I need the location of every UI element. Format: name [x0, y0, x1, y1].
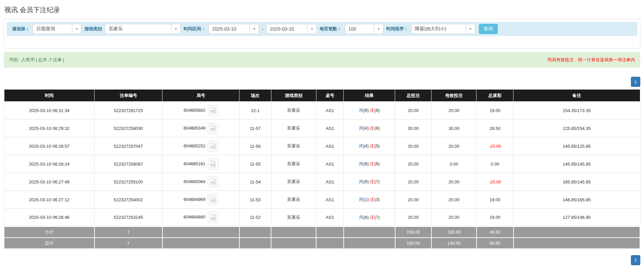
result-player-label: 闲 [359, 215, 364, 220]
cell-session: 11-55 [239, 155, 271, 173]
subtotal-count: 7 [94, 227, 162, 238]
chevron-down-icon[interactable]: ▼ [250, 24, 259, 34]
cell-result: 闲(9) 庄(7) [344, 173, 395, 191]
date-from-value: 2025-03-10 [209, 24, 250, 34]
round-id-text: 604685251 [184, 143, 205, 148]
subtotal-label: 小计 [4, 227, 94, 238]
select-type-dropdown[interactable]: 日期查询 ▼ [33, 24, 81, 34]
video-replay-button[interactable] [208, 212, 218, 223]
cell-table-no: AS1 [316, 102, 343, 119]
date-range-label: 时间区间： [184, 26, 205, 32]
cell-remark: 154.35/173.35 [514, 102, 640, 119]
video-file-icon [210, 143, 216, 149]
cell-table-no: AS1 [316, 173, 343, 191]
cell-table-no: AS1 [316, 119, 343, 137]
cell-total-bet-link[interactable]: 30.00 [395, 119, 431, 137]
cell-payout: -20.00 [477, 173, 514, 191]
video-replay-button[interactable] [208, 159, 218, 170]
result-player-score: (4) [364, 143, 369, 148]
cell-bet-id: 522327256087 [94, 155, 162, 173]
cell-payout: 28.50 [477, 119, 514, 137]
result-banker-label: 庄 [370, 108, 374, 113]
table-row: 2025-03-10 06:27:12 522327254002 6046849… [4, 191, 640, 209]
result-banker-score: (8) [374, 108, 380, 113]
cell-remark: 146.85/165.85 [514, 191, 640, 209]
cell-game-category: 百家乐 [271, 173, 316, 191]
total-label: 总计 [4, 238, 94, 249]
video-file-icon [210, 178, 216, 185]
result-player-label: 闲 [359, 197, 364, 202]
result-banker-score: (8) [374, 126, 380, 131]
video-replay-button[interactable] [208, 105, 218, 116]
pagination-bottom: 1 [4, 255, 640, 265]
col-header-valid-bet: 有效投注 [431, 90, 477, 102]
cell-session: 12-1 [239, 102, 271, 119]
game-category-label: 游戏类别 [84, 26, 102, 32]
date-to-value: 2025-03-10 [267, 24, 307, 34]
subtotal-valid-bet: 130.00 [431, 227, 477, 238]
cell-result: 闲(1) 庄(3) [344, 191, 395, 209]
time-sort-dropdown[interactable]: 降冪(由大到小) ▼ [411, 24, 475, 34]
col-header-remark: 备注 [514, 90, 640, 102]
page-size-dropdown[interactable]: 100 ▼ [345, 24, 383, 34]
round-id-text: 604684969 [184, 197, 205, 202]
pagination-page-1-button[interactable]: 1 [631, 255, 640, 265]
cell-session: 11-53 [239, 191, 271, 209]
video-file-icon [210, 107, 216, 114]
cell-round-id: 604685064 [162, 173, 239, 191]
result-player-label: 闲 [359, 126, 364, 131]
chevron-down-icon[interactable]: ▼ [307, 24, 316, 34]
cell-round-id: 604685251 [162, 137, 239, 155]
col-header-session: 场次 [239, 90, 271, 102]
video-file-icon [210, 125, 216, 132]
date-from-dropdown[interactable]: 2025-03-10 ▼ [209, 24, 259, 34]
video-replay-button[interactable] [208, 194, 218, 205]
video-replay-button[interactable] [208, 176, 218, 187]
round-id-text: 604685682 [184, 107, 205, 112]
cell-total-bet-link[interactable]: 20.00 [395, 191, 431, 209]
game-category-dropdown[interactable]: 百家乐 ▼ [105, 24, 181, 34]
cell-payout: 19.00 [477, 102, 514, 119]
cell-total-bet-link[interactable]: 20.00 [395, 173, 431, 191]
result-player-score: (6) [364, 215, 369, 220]
cell-bet-id: 522327257047 [94, 137, 162, 155]
cell-valid-bet: 30.00 [431, 119, 477, 137]
cell-time: 2025-03-10 06:28:24 [4, 155, 94, 173]
chevron-down-icon[interactable]: ▼ [374, 24, 383, 34]
result-player-score: (4) [364, 126, 369, 131]
filter-bar: 请选择： 日期查询 ▼ 游戏类别 百家乐 ▼ 时间区间： 2025-03-10 … [7, 22, 637, 36]
col-header-table-no: 桌号 [316, 90, 343, 102]
cell-game-category: 百家乐 [271, 155, 316, 173]
result-banker-label: 庄 [370, 179, 374, 184]
chevron-down-icon[interactable]: ▼ [466, 24, 475, 34]
result-banker-label: 庄 [370, 161, 374, 166]
cell-total-bet-link[interactable]: 20.00 [395, 102, 431, 119]
table-header-row: 时间 注单编号 局号 场次 游戏类别 桌号 结果 总投注 有效投注 总派彩 备注 [4, 90, 640, 102]
subtotal-total-bet: 150.00 [395, 227, 431, 238]
cell-remark: 145.85/125.85 [514, 137, 640, 155]
col-header-round-id: 局号 [162, 90, 239, 102]
page: 视讯 会员下注纪录 请选择： 日期查询 ▼ 游戏类别 百家乐 ▼ 时间区间： 2… [0, 0, 644, 268]
date-to-dropdown[interactable]: 2025-03-10 ▼ [266, 24, 317, 34]
result-player-label: 闲 [359, 161, 364, 166]
subtotal-row: 小计 7 150.00 130.00 45.50 [4, 227, 640, 238]
chevron-down-icon[interactable]: ▼ [171, 24, 180, 34]
chevron-down-icon[interactable]: ▼ [72, 24, 81, 34]
result-banker-score: (7) [374, 215, 380, 220]
cell-bet-id: 522327261725 [94, 102, 162, 119]
video-replay-button[interactable] [208, 141, 218, 152]
cell-total-bet-link[interactable]: 20.00 [395, 155, 431, 173]
cell-table-no: AS1 [316, 191, 343, 209]
search-button[interactable]: 查询 [479, 24, 498, 34]
cell-payout: 0.00 [477, 155, 514, 173]
video-replay-button[interactable] [208, 123, 218, 134]
col-header-game-category: 游戏类别 [271, 90, 316, 102]
cell-total-bet-link[interactable]: 20.00 [395, 137, 431, 155]
result-player-score: (9) [364, 179, 369, 184]
select-type-value: 日期查询 [33, 24, 72, 34]
video-file-icon [210, 196, 216, 203]
pagination-page-1-button[interactable]: 1 [631, 77, 640, 87]
result-banker-score: (5) [374, 143, 380, 148]
cell-total-bet-link[interactable]: 20.00 [395, 209, 431, 227]
cell-round-id: 604684880 [162, 209, 239, 227]
